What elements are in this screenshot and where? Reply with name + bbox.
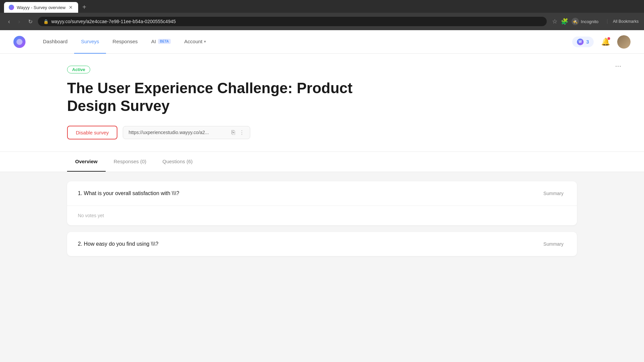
reload-button[interactable]: ↻ bbox=[25, 17, 35, 26]
points-badge[interactable]: W 3 bbox=[572, 37, 594, 47]
question-2-header: 2. How easy do you find using \\\? Summa… bbox=[67, 232, 577, 256]
ai-beta-badge: BETA bbox=[158, 39, 171, 44]
nav-right-actions: W 3 🔔 bbox=[572, 35, 631, 49]
notif-dot bbox=[607, 37, 610, 40]
logo[interactable] bbox=[13, 36, 25, 48]
tab-overview[interactable]: Overview bbox=[67, 152, 106, 172]
copy-icon[interactable]: ⎘ bbox=[231, 129, 235, 136]
incognito-icon: 🕵 bbox=[572, 18, 579, 25]
tab-bar: Wayyy - Survey overview ✕ + bbox=[0, 0, 644, 13]
tab-responses[interactable]: Responses (0) bbox=[106, 152, 155, 172]
survey-title: The User Experience Challenge: Product D… bbox=[67, 79, 369, 115]
incognito-label: Incognito bbox=[581, 19, 599, 24]
url-input[interactable] bbox=[51, 19, 541, 24]
address-bar: ‹ › ↻ 🔒 ☆ 🧩 🕵 Incognito All Bookmarks bbox=[0, 13, 644, 30]
nav-link-ai[interactable]: AI BETA bbox=[145, 30, 178, 54]
account-chevron-icon: ▾ bbox=[204, 39, 206, 44]
active-badge: Active bbox=[67, 66, 90, 73]
question-2-text: 2. How easy do you find using \\\? bbox=[78, 241, 158, 247]
no-votes-text-1: No votes yet bbox=[78, 213, 104, 218]
incognito-indicator: 🕵 Incognito bbox=[572, 18, 599, 25]
survey-header: ··· Active The User Experience Challenge… bbox=[0, 54, 644, 152]
avatar-image bbox=[617, 35, 631, 49]
nav-link-account[interactable]: Account ▾ bbox=[177, 30, 212, 54]
url-bar[interactable]: 🔒 bbox=[38, 17, 547, 26]
nav-link-responses[interactable]: Responses bbox=[106, 30, 145, 54]
tab-close-icon[interactable]: ✕ bbox=[68, 4, 73, 11]
new-tab-button[interactable]: + bbox=[79, 3, 89, 13]
tab-favicon bbox=[9, 5, 14, 10]
nav-link-dashboard[interactable]: Dashboard bbox=[36, 30, 74, 54]
app-container: Dashboard Surveys Responses AI BETA Acco… bbox=[0, 30, 644, 362]
bookmark-star-button[interactable]: ☆ bbox=[552, 18, 557, 25]
disable-survey-button[interactable]: Disable survey bbox=[67, 126, 117, 139]
navbar: Dashboard Surveys Responses AI BETA Acco… bbox=[0, 30, 644, 54]
bookmarks-label: All Bookmarks bbox=[607, 19, 639, 24]
tab-questions[interactable]: Questions (6) bbox=[154, 152, 201, 172]
more-options-button[interactable]: ··· bbox=[612, 60, 624, 72]
points-count: 3 bbox=[586, 39, 589, 45]
tab-title: Wayyy - Survey overview bbox=[17, 5, 65, 10]
url-menu-icon[interactable]: ⋮ bbox=[239, 129, 245, 136]
question-card-1: 1. What is your overall satisfaction wit… bbox=[67, 181, 577, 225]
tabs-and-content: Overview Responses (0) Questions (6) 1. … bbox=[0, 152, 644, 362]
question-2-summary-button[interactable]: Summary bbox=[541, 240, 566, 248]
survey-actions: Disable survey https://uxperiencestudio.… bbox=[67, 126, 577, 139]
tabs-bar: Overview Responses (0) Questions (6) bbox=[0, 152, 644, 172]
question-1-summary-button[interactable]: Summary bbox=[541, 189, 566, 197]
lock-icon: 🔒 bbox=[43, 19, 49, 24]
browser-chrome: Wayyy - Survey overview ✕ + ‹ › ↻ 🔒 ☆ 🧩 … bbox=[0, 0, 644, 30]
question-card-2: 2. How easy do you find using \\\? Summa… bbox=[67, 232, 577, 256]
logo-inner bbox=[16, 39, 22, 45]
nav-links: Dashboard Surveys Responses AI BETA Acco… bbox=[36, 30, 572, 54]
avatar[interactable] bbox=[617, 35, 631, 49]
back-button[interactable]: ‹ bbox=[5, 17, 13, 26]
content-area: 1. What is your overall satisfaction wit… bbox=[0, 172, 644, 362]
forward-button[interactable]: › bbox=[15, 17, 23, 26]
survey-url-display: https://uxperiencestudio.wayyy.co/a2... … bbox=[123, 126, 250, 139]
survey-url-text: https://uxperiencestudio.wayyy.co/a2... bbox=[128, 130, 227, 135]
question-1-text: 1. What is your overall satisfaction wit… bbox=[78, 190, 179, 196]
extension-button[interactable]: 🧩 bbox=[561, 18, 568, 25]
points-icon: W bbox=[577, 39, 584, 45]
nav-link-surveys[interactable]: Surveys bbox=[74, 30, 106, 54]
question-1-header: 1. What is your overall satisfaction wit… bbox=[67, 181, 577, 206]
notifications-button[interactable]: 🔔 bbox=[599, 36, 612, 48]
browser-right-actions: ☆ 🧩 🕵 Incognito All Bookmarks bbox=[552, 18, 639, 25]
question-1-body: No votes yet bbox=[67, 206, 577, 225]
active-tab[interactable]: Wayyy - Survey overview ✕ bbox=[4, 2, 78, 13]
